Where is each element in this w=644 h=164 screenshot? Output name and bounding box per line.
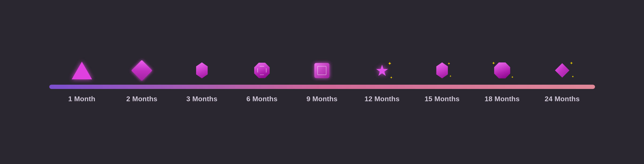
label-18months: 18 Months [472, 95, 532, 103]
milestone-icon-3months [172, 63, 232, 79]
sparkle-icon: ✦ [511, 76, 514, 79]
sparkle-icon: ✦ [492, 61, 495, 65]
milestone-icon-2months [112, 63, 172, 78]
square-icon [314, 63, 329, 78]
label-15months: 15 Months [412, 95, 472, 103]
icons-row: ★ ✦ ✦ ✦ ✦ ✦ ✦ [49, 61, 595, 80]
milestone-icon-15months: ✦ ✦ [412, 61, 472, 80]
progress-bar-container [49, 85, 595, 89]
diamond2-icon: ✦ ✦ [550, 61, 574, 80]
label-24months: 24 Months [532, 95, 592, 103]
triangle-icon [72, 62, 92, 79]
labels-row: 1 Month 2 Months 3 Months 6 Months 9 Mon… [49, 95, 595, 103]
milestone-icon-12months: ★ ✦ ✦ [352, 61, 412, 80]
milestone-icon-24months: ✦ ✦ [532, 61, 592, 80]
milestone-icon-9months [292, 63, 352, 78]
sparkle-icon: ✦ [447, 62, 451, 65]
label-6months: 6 Months [232, 95, 292, 103]
sparkle-icon: ✦ [571, 75, 574, 78]
sparkle-icon: ✦ [570, 61, 573, 65]
milestone-icon-18months: ✦ ✦ [472, 61, 532, 80]
sparkle-icon: ✦ [388, 61, 392, 66]
label-3months: 3 Months [172, 95, 232, 103]
octagon-icon [254, 63, 270, 78]
timeline-container: ★ ✦ ✦ ✦ ✦ ✦ ✦ [28, 61, 616, 103]
label-9months: 9 Months [292, 95, 352, 103]
gem2-icon: ✦ ✦ [431, 61, 453, 80]
progress-bar [49, 85, 595, 89]
label-1month: 1 Month [52, 95, 112, 103]
star-icon: ★ ✦ ✦ [371, 61, 393, 80]
label-12months: 12 Months [352, 95, 412, 103]
diamond-icon [134, 63, 149, 78]
sparkle-icon: ✦ [449, 75, 452, 78]
sparkle-icon: ✦ [390, 76, 393, 79]
milestone-icon-6months [232, 63, 292, 78]
badge2-icon: ✦ ✦ [490, 61, 514, 80]
milestone-icon-1month [52, 62, 112, 79]
gem-icon [195, 63, 209, 79]
label-2months: 2 Months [112, 95, 172, 103]
